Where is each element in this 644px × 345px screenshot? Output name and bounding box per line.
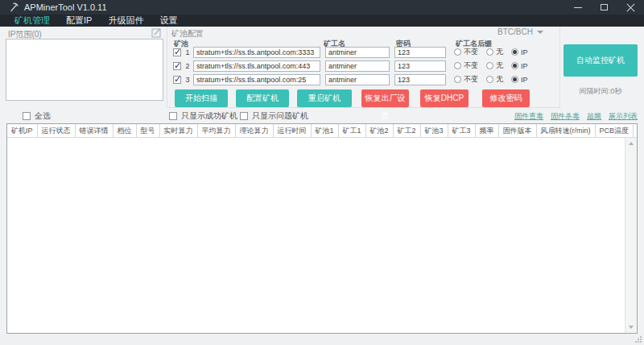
- show-problem-option[interactable]: 只显示问题矿机: [240, 110, 308, 122]
- password-input[interactable]: [394, 47, 446, 58]
- column-header[interactable]: 运行状态: [38, 124, 76, 137]
- pool-row-index: 3: [184, 76, 191, 84]
- column-header[interactable]: PCB温差: [634, 124, 637, 137]
- pool-config-title: 矿池配置: [171, 28, 204, 39]
- radio-label: IP: [521, 48, 528, 56]
- radio-unchanged[interactable]: 不变: [454, 47, 478, 57]
- column-header[interactable]: 运行时间: [274, 124, 312, 137]
- radio-selected-icon: [511, 48, 518, 56]
- close-icon: [626, 3, 635, 12]
- show-success-checkbox[interactable]: [169, 112, 177, 120]
- link-firmware-antivirus[interactable]: 固件杀毒: [551, 111, 580, 122]
- close-button[interactable]: [617, 0, 644, 15]
- radio-unchanged[interactable]: 不变: [454, 60, 478, 71]
- show-problem-checkbox[interactable]: [240, 112, 248, 120]
- column-header[interactable]: 矿机IP: [7, 124, 38, 137]
- radio-selected-icon: [511, 62, 518, 69]
- worker-name-input[interactable]: [325, 47, 390, 58]
- maximize-button[interactable]: [591, 0, 617, 15]
- pool-row-checkbox[interactable]: [173, 48, 181, 56]
- column-header[interactable]: 矿池2: [366, 124, 394, 137]
- radio-icon: [454, 48, 461, 56]
- restart-miners-button[interactable]: 重启矿机: [297, 89, 352, 107]
- coin-selector[interactable]: BTC/BCH: [497, 27, 543, 36]
- pool-row-index: 1: [184, 48, 191, 56]
- column-header[interactable]: 平均算力: [198, 124, 236, 137]
- pool-url-input[interactable]: [193, 47, 320, 58]
- pool-row-checkbox[interactable]: [173, 76, 181, 84]
- minimize-button[interactable]: [564, 0, 591, 15]
- show-problem-label: 只显示问题矿机: [252, 110, 308, 122]
- menu-item-settings[interactable]: 设置: [151, 15, 185, 27]
- pickaxe-app-icon: [9, 2, 19, 12]
- radio-none[interactable]: 无: [486, 74, 503, 85]
- restore-dhcp-button[interactable]: 恢复DHCP: [420, 89, 469, 107]
- column-header[interactable]: 固件版本: [499, 124, 537, 137]
- radio-ip[interactable]: IP: [511, 76, 528, 84]
- column-header[interactable]: 理论算力: [236, 124, 274, 137]
- menu-item-configure-ip[interactable]: 配置IP: [58, 15, 100, 27]
- radio-label: 无: [496, 74, 503, 85]
- change-password-button[interactable]: 修改密码: [482, 89, 530, 107]
- radio-unchanged[interactable]: 不变: [454, 74, 478, 85]
- column-header[interactable]: 矿工3: [448, 124, 476, 137]
- show-success-option[interactable]: 只显示成功矿机: [169, 110, 237, 122]
- radio-selected-icon: [511, 76, 518, 83]
- auto-monitor-button[interactable]: 自动监控矿机: [564, 44, 638, 77]
- select-all-option[interactable]: 全选: [23, 110, 51, 122]
- factory-reset-button[interactable]: 恢复出厂设置: [361, 89, 409, 107]
- resize-grip[interactable]: [634, 335, 642, 343]
- column-header[interactable]: 实时算力: [160, 124, 198, 137]
- pool-url-input[interactable]: [193, 74, 320, 85]
- column-header[interactable]: 矿池3: [421, 124, 448, 137]
- link-group: 固件查毒 固件杀毒 超频 展示列表: [515, 111, 638, 122]
- column-header[interactable]: 矿池1: [312, 124, 339, 137]
- vertical-scrollbar[interactable]: [625, 138, 637, 333]
- column-header[interactable]: 频率: [476, 124, 499, 137]
- column-header[interactable]: 矿工1: [339, 124, 366, 137]
- radio-icon: [486, 62, 493, 69]
- link-display-list[interactable]: 展示列表: [609, 111, 638, 122]
- menu-item-upgrade-firmware[interactable]: 升级固件: [100, 15, 151, 27]
- column-header[interactable]: 错误详情: [76, 124, 114, 137]
- radio-ip[interactable]: IP: [511, 48, 528, 56]
- radio-label: IP: [521, 62, 528, 70]
- scroll-up-button[interactable]: [625, 138, 637, 149]
- radio-icon: [486, 48, 493, 56]
- column-header[interactable]: 风扇转速(r/min): [537, 124, 596, 137]
- select-all-checkbox[interactable]: [23, 112, 31, 120]
- worker-name-input[interactable]: [325, 60, 390, 72]
- edit-ip-range-icon[interactable]: [151, 27, 162, 38]
- show-success-label: 只显示成功矿机: [181, 110, 237, 122]
- column-header[interactable]: 矿工2: [394, 124, 421, 137]
- radio-label: 无: [496, 60, 503, 71]
- column-header[interactable]: PCB温度: [596, 124, 634, 137]
- divider-left: [167, 27, 167, 107]
- ip-range-textarea[interactable]: [6, 39, 163, 101]
- column-header[interactable]: 型号: [137, 124, 160, 137]
- link-overclock[interactable]: 超频: [587, 111, 601, 122]
- password-input[interactable]: [394, 60, 446, 72]
- radio-ip[interactable]: IP: [511, 62, 528, 70]
- divider-bottom: [167, 107, 560, 108]
- radio-none[interactable]: 无: [486, 47, 503, 57]
- scan-button[interactable]: 开始扫描: [175, 89, 228, 107]
- interval-text: 间隔时间:0秒: [562, 86, 639, 97]
- worker-name-input[interactable]: [325, 74, 390, 85]
- link-firmware-scan[interactable]: 固件查毒: [514, 111, 543, 122]
- pool-url-input[interactable]: [193, 60, 320, 72]
- radio-none[interactable]: 无: [486, 60, 503, 71]
- pool-row: 2 不变 无 IP: [173, 60, 535, 72]
- title-bar: APMinerTool V1.0.11: [0, 0, 644, 15]
- table-header: 矿机IP运行状态错误详情档位型号实时算力平均算力理论算力运行时间矿池1矿工1矿池…: [7, 124, 637, 138]
- radio-icon: [454, 76, 461, 83]
- suffix-radio-group: 不变 无 IP: [454, 47, 528, 57]
- pool-row-checkbox[interactable]: [173, 62, 181, 70]
- menu-item-miner-management[interactable]: 矿机管理: [6, 15, 58, 27]
- password-input[interactable]: [394, 74, 446, 85]
- configure-miners-button[interactable]: 配置矿机: [236, 89, 289, 107]
- scroll-down-button[interactable]: [625, 322, 637, 333]
- select-all-label: 全选: [35, 110, 51, 122]
- column-header[interactable]: 档位: [114, 124, 137, 137]
- chevron-down-icon: [537, 31, 543, 34]
